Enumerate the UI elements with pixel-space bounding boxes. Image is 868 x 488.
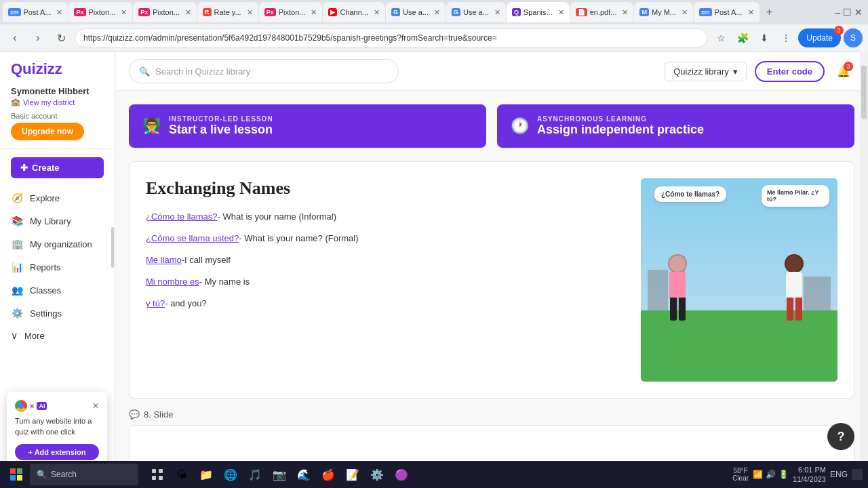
- right-scrollbar-thumb[interactable]: [861, 65, 867, 119]
- taskbar-clock: 6:01 PM 11/4/2023: [793, 465, 826, 485]
- notification-button[interactable]: 🔔 3: [833, 60, 854, 82]
- tab-10-close[interactable]: ✕: [622, 8, 628, 17]
- clock-date: 11/4/2023: [793, 474, 826, 484]
- slide-link-5[interactable]: y tú?: [146, 298, 165, 308]
- weather-condition: Clear: [732, 474, 749, 482]
- taskbar-icon-chrome[interactable]: 🌐: [220, 464, 241, 485]
- library-dropdown[interactable]: Quizizz library ▾: [665, 62, 747, 81]
- extensions-button[interactable]: 🧩: [733, 28, 752, 47]
- tab-1-close[interactable]: ✕: [56, 8, 62, 17]
- tab-7-close[interactable]: ✕: [434, 8, 440, 17]
- taskbar-icon-word[interactable]: 📝: [342, 464, 363, 485]
- tab-6[interactable]: ▶ Chann... ✕: [323, 2, 385, 22]
- maximize-button[interactable]: ☐: [843, 7, 852, 18]
- main-content: 🔍 Search in Quizizz library Quizizz libr…: [115, 52, 868, 488]
- plus-icon: ✚: [20, 163, 28, 173]
- slide-text: Exchanging Names ¿Cómo te llamas?- What …: [146, 178, 627, 382]
- tab-2-close[interactable]: ✕: [121, 8, 127, 17]
- add-extension-button[interactable]: + Add extension: [15, 444, 99, 460]
- tab-9-close[interactable]: ✕: [558, 8, 564, 17]
- taskbar-icon-camera[interactable]: 📷: [269, 464, 290, 485]
- tab-4-close[interactable]: ✕: [247, 8, 253, 17]
- tab-5-close[interactable]: ✕: [311, 8, 317, 17]
- content-area: 👨‍🏫 INSTRUCTOR-LED LESSON Start a live l…: [115, 91, 868, 488]
- browser-actions: ☆ 🧩 ⬇ ⋮ Update 3 S: [711, 28, 863, 47]
- tab-8[interactable]: G Use a... ✕: [446, 2, 506, 22]
- sidebar-item-reports[interactable]: 📊 Reports: [0, 256, 115, 279]
- sidebar-item-classes[interactable]: 👥 Classes: [0, 279, 115, 302]
- taskbar-search[interactable]: 🔍 Search: [30, 464, 138, 485]
- taskbar-icon-edge[interactable]: 🌊: [293, 464, 315, 485]
- taskbar-icon-gear[interactable]: ⚙️: [366, 464, 388, 485]
- ext-close-button[interactable]: ✕: [92, 401, 99, 411]
- notification-center[interactable]: [852, 469, 863, 480]
- start-button[interactable]: [5, 464, 27, 485]
- bookmark-button[interactable]: ☆: [711, 28, 730, 47]
- taskbar-icon-1[interactable]: [146, 464, 168, 485]
- weather-widget: 58°F Clear: [732, 467, 749, 482]
- slide-link-4[interactable]: Mi nombre es: [146, 277, 199, 287]
- slide-link-3[interactable]: Me llamo: [146, 255, 182, 265]
- tab-3-close[interactable]: ✕: [185, 8, 191, 17]
- district-link[interactable]: 🏫 View my district: [11, 98, 104, 106]
- sidebar-item-library[interactable]: 📚 My Library: [0, 209, 115, 232]
- tab-12-close[interactable]: ✕: [748, 8, 754, 17]
- tab-8-close[interactable]: ✕: [494, 8, 500, 17]
- async-lesson-card[interactable]: 🕐 ASYNCHRONOUS LEARNING Assign independe…: [497, 104, 854, 148]
- tab-6-close[interactable]: ✕: [374, 8, 380, 17]
- sidebar-item-explore[interactable]: 🧭 Explore: [0, 186, 115, 209]
- live-lesson-card[interactable]: 👨‍🏫 INSTRUCTOR-LED LESSON Start a live l…: [129, 104, 486, 148]
- tab-5[interactable]: Px Pixton... ✕: [259, 2, 323, 22]
- create-button[interactable]: ✚ Create: [11, 157, 104, 178]
- update-button[interactable]: Update 3: [798, 28, 841, 47]
- slide-link-2[interactable]: ¿Cómo se llama usted?: [146, 233, 239, 243]
- close-browser-button[interactable]: ✕: [854, 7, 863, 18]
- search-icon: 🔍: [139, 66, 150, 77]
- character-2: [785, 254, 804, 321]
- new-tab-button[interactable]: +: [760, 3, 779, 22]
- forward-button[interactable]: ›: [28, 28, 47, 47]
- tab-bar: zm Post A... ✕ Px Pixton... ✕ Px Pixton.…: [0, 0, 868, 24]
- back-button[interactable]: ‹: [5, 28, 24, 47]
- temperature: 58°F: [733, 467, 747, 474]
- svg-rect-5: [159, 469, 163, 473]
- upgrade-button[interactable]: Upgrade now: [11, 123, 84, 140]
- tab-3[interactable]: Px Pixton... ✕: [133, 2, 197, 22]
- taskbar-search-icon: 🔍: [37, 470, 47, 479]
- profile-avatar[interactable]: S: [844, 28, 863, 47]
- tab-9-active[interactable]: Q Spanis... ✕: [507, 2, 570, 22]
- tab-2[interactable]: Px Pixton... ✕: [68, 2, 132, 22]
- reports-icon: 📊: [11, 261, 23, 273]
- taskbar-icon-app[interactable]: 🟣: [391, 464, 412, 485]
- settings-dots-button[interactable]: ⋮: [776, 28, 795, 47]
- slide-link-1[interactable]: ¿Cómo te llamas?: [146, 211, 217, 222]
- svg-rect-4: [152, 469, 156, 473]
- tab-10[interactable]: 📄 en.pdf... ✕: [570, 2, 634, 22]
- address-input[interactable]: https://quizizz.com/admin/presentation/5…: [75, 28, 707, 47]
- taskbar-icon-sun[interactable]: 🌤: [171, 464, 193, 485]
- download-button[interactable]: ⬇: [755, 28, 774, 47]
- tab-1[interactable]: zm Post A... ✕: [3, 2, 68, 22]
- sidebar-item-organization[interactable]: 🏢 My organization: [0, 232, 115, 256]
- minimize-button[interactable]: –: [835, 7, 840, 18]
- tab-7[interactable]: G Use a... ✕: [386, 2, 446, 22]
- search-box[interactable]: 🔍 Search in Quizizz library: [129, 59, 399, 83]
- update-badge: 3: [834, 26, 844, 35]
- library-icon: 📚: [11, 215, 23, 227]
- help-button[interactable]: ?: [827, 423, 854, 450]
- taskbar-icon-music[interactable]: 🎵: [244, 464, 266, 485]
- taskbar-icon-explorer[interactable]: 📁: [195, 464, 217, 485]
- sidebar-item-more[interactable]: ∨ More: [0, 325, 115, 346]
- slide-line-2: ¿Cómo se llama usted?- What is your name…: [146, 231, 627, 246]
- battery-icon: 🔋: [778, 470, 789, 479]
- tab-4[interactable]: R Rate y... ✕: [197, 2, 258, 22]
- taskbar-icon-apple[interactable]: 🍎: [317, 464, 339, 485]
- tab-11[interactable]: M My M... ✕: [634, 2, 693, 22]
- tab-11-close[interactable]: ✕: [682, 8, 688, 17]
- tab-12[interactable]: zm Post A... ✕: [694, 2, 759, 22]
- sidebar-item-settings[interactable]: ⚙️ Settings: [0, 302, 115, 325]
- logo-area: Quizizz: [0, 60, 115, 86]
- enter-code-button[interactable]: Enter code: [755, 61, 825, 82]
- ai-badge: AI: [37, 402, 47, 410]
- refresh-button[interactable]: ↻: [52, 28, 71, 47]
